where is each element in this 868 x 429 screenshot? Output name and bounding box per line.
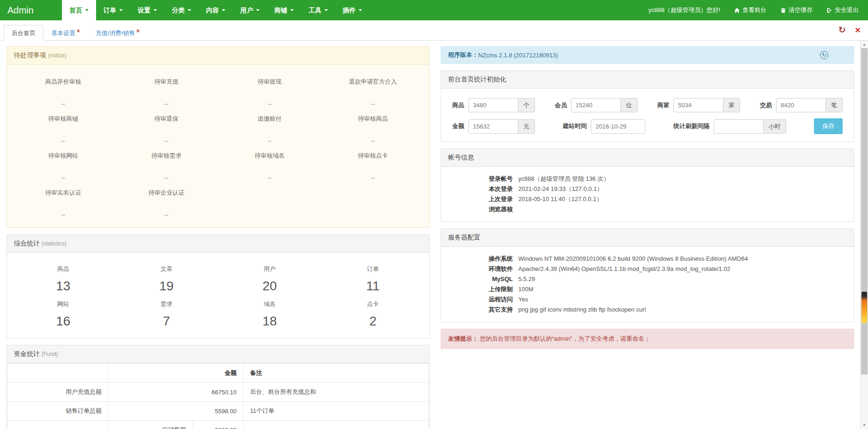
tab-strip: 后台首页 基本设置× 充值/消费/销售× ↻ × [0,20,868,41]
account-row: 登录帐号yc888（超级管理员 登陆 136 次） [441,174,847,184]
tab-basic-settings[interactable]: 基本设置× [43,25,88,41]
menu-item-users[interactable]: 用户 [233,0,267,20]
fund-col-amount: 金额 [109,364,243,383]
menu-item-plugins[interactable]: 插件 [335,0,370,20]
statistics-panel-title: 综合统计(statistics) [7,235,429,253]
server-panel-title: 服务器配置 [441,229,854,247]
notice-item: 待审企业认证– [115,181,219,218]
account-info: 登录帐号yc888（超级管理员 登陆 136 次） 本次登录2021-02-24… [441,167,854,221]
main-content: 待处理事项(notice) 商品评价审核– 待审充值– 待审提现– 退款申请官方… [0,41,868,429]
vertical-scrollbar[interactable]: ▲ ▼ [860,41,868,429]
close-icon[interactable]: × [77,28,80,34]
notice-item: 待审核商品– [322,107,425,144]
logout-link[interactable]: 安全退出 [826,6,859,14]
unit-addon: 笔 [826,98,843,112]
notice-item: 待审核需求– [115,144,219,181]
table-row: 用户充值总额 66750.10 后台、前台所有充值总和 [7,383,429,402]
notice-item: 待审退保– [115,107,219,144]
navbar-right: yc888（超级管理员）您好! 查看前台 清空缓存 安全退出 [649,0,868,20]
trades-count-input[interactable] [776,98,826,112]
menu-item-home[interactable]: 首页 [62,0,96,20]
menu-item-content[interactable]: 内容 [199,0,233,20]
scrollbar-orange-marker[interactable] [862,292,867,323]
version-label: 程序版本： [448,51,478,59]
server-row: 环境软件Apache/2.4.39 (Win64) OpenSSL/1.1.1b… [441,264,847,274]
right-column: 程序版本： NZcms 2.1.8 (201712180913) ↻ 前台首页统… [441,46,854,355]
init-stats-panel: 前台首页统计初始化 商品 个 会员 位 商家 [441,70,854,142]
table-row: ——实销售额 5598.00 [7,421,429,429]
stat-item: 需求7 [115,294,219,329]
statistics-panel: 综合统计(statistics) 商品13 文章19 用户20 订单11 网站1… [6,234,430,338]
version-text: NZcms 2.1.8 (201712180913) [478,52,558,59]
close-icon[interactable]: × [855,25,861,35]
caret-down-icon [188,9,191,11]
save-button[interactable]: 保存 [814,118,843,134]
amount-input[interactable] [468,119,518,134]
fund-table: 金额 备注 用户充值总额 66750.10 后台、前台所有充值总和 销售订单总额… [7,363,429,429]
security-tip-alert: 友情提示： 您的后台管理目录为默认的“admin”，为了安全考虑，请重命名； [441,329,854,349]
caret-down-icon [256,9,260,11]
close-icon[interactable]: × [136,28,140,34]
stat-item: 订单11 [322,258,425,294]
notice-item: 退款申请官方介入– [322,70,425,107]
stat-item: 域名18 [218,294,322,329]
stat-item: 网站16 [12,294,115,329]
version-alert: 程序版本： NZcms 2.1.8 (201712180913) ↻ [441,46,854,64]
notice-item: 商品评价审核– [12,70,115,107]
field-trades: 交易 笔 [760,98,843,112]
account-panel-title: 帐号信息 [441,149,854,167]
fund-table-header-row: 金额 备注 [7,364,429,383]
notice-item: 待审核商铺– [12,107,115,144]
menu-item-tools[interactable]: 工具 [301,0,335,20]
scrollbar-thumb[interactable] [861,48,868,374]
unit-addon: 家 [723,98,740,112]
goods-count-input[interactable] [468,98,518,112]
caret-down-icon [153,9,157,11]
members-count-input[interactable] [571,98,621,112]
server-row: 其它支持png jpg gif iconv mbstring zlib ftp … [441,305,847,315]
account-row: 浏览器核 [441,204,847,214]
logout-icon [826,7,832,13]
trash-icon [780,7,786,13]
account-row: 本次登录2021-02-24 19:33（127.0.0.1） [441,184,847,194]
caret-down-icon [290,9,294,11]
field-amount: 金额 元 [452,119,535,134]
scroll-down-icon[interactable]: ▼ [861,423,868,427]
check-update-icon[interactable]: ↻ [820,51,828,59]
menu-item-shops[interactable]: 商铺 [267,0,301,20]
left-column: 待处理事项(notice) 商品评价审核– 待审充值– 待审提现– 退款申请官方… [6,46,430,429]
clear-cache-link[interactable]: 清空缓存 [780,6,813,14]
fund-panel: 资金统计(Fund) 金额 备注 用户充值总额 66750.10 后台、前台所有… [6,345,430,429]
unit-addon: 小时 [764,119,786,134]
view-frontend-link[interactable]: 查看前台 [734,6,766,14]
stat-item: 点卡2 [322,294,425,329]
server-row: 远程访问Yes [441,294,847,305]
scroll-up-icon[interactable]: ▲ [861,43,868,47]
menu-item-categories[interactable]: 分类 [164,0,199,20]
tip-text: 您的后台管理目录为默认的“admin”，为了安全考虑，请重命名； [480,335,650,342]
refresh-interval-input[interactable] [714,119,764,134]
caret-down-icon [85,9,89,11]
top-navbar: Admin 首页 订单 设置 分类 内容 用户 商铺 工具 插件 yc888（超… [0,0,868,20]
notice-panel: 待处理事项(notice) 商品评价审核– 待审充值– 待审提现– 退款申请官方… [6,46,430,228]
stat-item: 文章19 [115,258,219,294]
refresh-icon[interactable]: ↻ [838,25,846,35]
site-created-date-input[interactable] [591,119,645,134]
notice-item: 待审实名认证– [12,181,115,218]
tip-label: 友情提示： [448,335,478,342]
field-refresh-interval: 统计刷新间隔 小时 [674,119,786,134]
notice-item: 待审核网站– [12,144,115,181]
notice-item: 待审提现– [218,70,322,107]
menu-item-settings[interactable]: 设置 [130,0,164,20]
merchants-count-input[interactable] [674,98,723,112]
app-brand[interactable]: Admin [0,0,55,20]
tab-recharge-sales[interactable]: 充值/消费/销售× [88,25,147,41]
notice-panel-title: 待处理事项(notice) [7,47,429,65]
caret-down-icon [119,9,123,11]
main-menu: 首页 订单 设置 分类 内容 用户 商铺 工具 插件 [62,0,370,20]
init-stats-form: 商品 个 会员 位 商家 家 交易 [441,89,854,141]
unit-addon: 位 [621,98,637,112]
menu-item-orders[interactable]: 订单 [96,0,130,20]
notice-item: 追缴赔付– [218,107,322,144]
tab-dashboard[interactable]: 后台首页 [4,25,43,41]
